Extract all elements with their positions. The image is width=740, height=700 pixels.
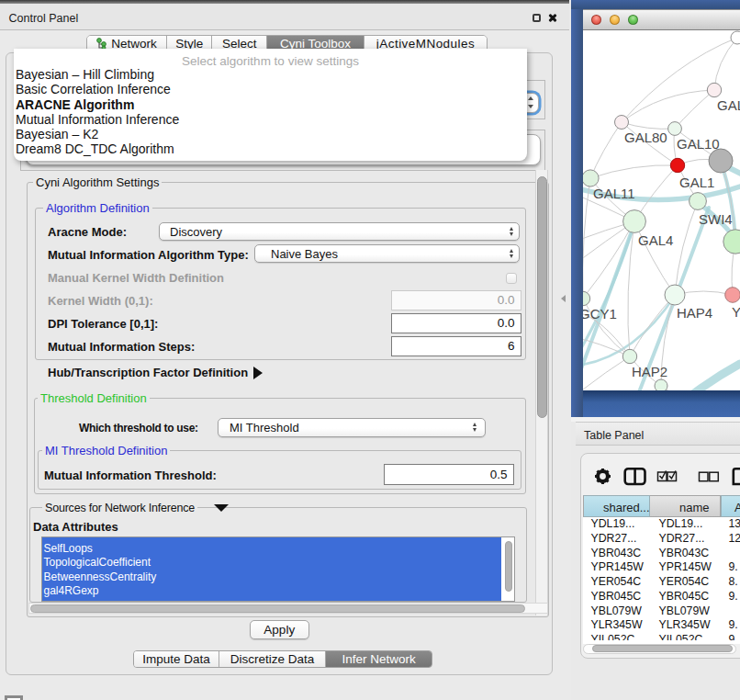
svg-text:GAL4: GAL4 (638, 232, 673, 248)
svg-text:YM: YM (732, 304, 740, 320)
svg-text:GCY1: GCY1 (583, 306, 617, 322)
svg-text:GAL11: GAL11 (593, 186, 635, 201)
svg-text:GAL8: GAL8 (717, 97, 740, 113)
svg-text:HAP2: HAP2 (632, 364, 667, 379)
svg-text:SWI4: SWI4 (699, 211, 733, 227)
svg-text:GAL1: GAL1 (679, 175, 714, 190)
svg-text:GAL10: GAL10 (677, 136, 720, 152)
svg-text:HAP4: HAP4 (677, 305, 712, 321)
svg-text:GAL80: GAL80 (624, 130, 667, 145)
